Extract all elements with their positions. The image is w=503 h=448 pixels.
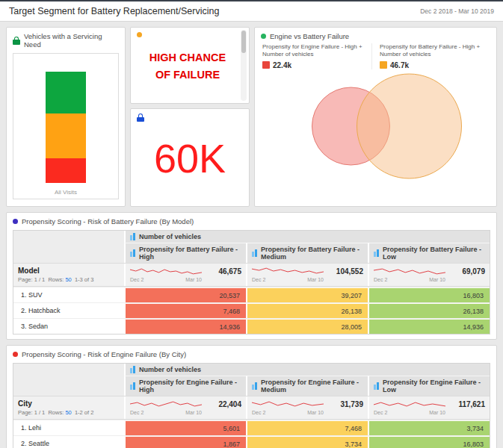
total-value: 22,404 bbox=[218, 400, 241, 408]
metric-icon bbox=[374, 249, 380, 257]
panel-title: Engine vs Battery Failure bbox=[270, 32, 349, 40]
total-value: 46,675 bbox=[218, 267, 241, 276]
column-header-low[interactable]: Propensity for Battery Failure - Low bbox=[368, 243, 490, 263]
date-range[interactable]: Dec 2 2018 - Mar 10 2019 bbox=[420, 7, 494, 15]
rows-per-page-link[interactable]: 50 bbox=[65, 276, 71, 283]
cell-high[interactable]: 1,867 bbox=[124, 436, 246, 448]
venn-diagram[interactable] bbox=[255, 69, 496, 184]
table-corner-cell bbox=[13, 243, 124, 263]
cell-low[interactable]: 3,734 bbox=[368, 420, 490, 435]
table-corner-cell bbox=[13, 231, 124, 243]
metric-icon bbox=[374, 382, 380, 390]
sparkline bbox=[252, 399, 324, 409]
cell-low[interactable]: 16,803 bbox=[368, 436, 490, 448]
column-header-high[interactable]: Propensity for Battery Failure - High bbox=[124, 243, 246, 263]
table-corner-cell bbox=[13, 364, 124, 376]
totals-cell-low: 117,621 Dec 2Mar 10 bbox=[368, 396, 490, 419]
legend-label: Propensity for Engine Failure - High + N… bbox=[262, 43, 367, 59]
totals-cell-medium: 104,552 Dec 2Mar 10 bbox=[246, 264, 368, 286]
table-row: 2. Hatchback 7,468 26,138 26,138 bbox=[13, 302, 490, 318]
dashboard-header: Target Segment for Battery Replacement/S… bbox=[0, 0, 503, 22]
total-value: 31,739 bbox=[340, 400, 363, 408]
column-header-medium[interactable]: Propensity for Engine Failure - Medium bbox=[246, 376, 368, 396]
bar-segment-green[interactable] bbox=[46, 72, 86, 113]
dashboard-content: Vehicles with a Servicing Need All Visit… bbox=[0, 22, 503, 448]
panel-engine-table: Propensity Scoring - Risk of Engine Fail… bbox=[6, 345, 497, 448]
cell-medium[interactable]: 39,207 bbox=[246, 287, 368, 302]
cell-low[interactable]: 26,138 bbox=[368, 303, 490, 318]
bar-segment-orange[interactable] bbox=[46, 113, 86, 158]
stacked-bar-chart[interactable]: All Visits bbox=[13, 53, 119, 199]
row-label[interactable]: 1. Lehi bbox=[13, 420, 124, 435]
metric-icon bbox=[130, 249, 136, 257]
lock-icon bbox=[137, 113, 144, 122]
totals-cell-low: 69,079 Dec 2Mar 10 bbox=[368, 264, 490, 286]
scrollbar[interactable] bbox=[241, 30, 247, 101]
row-label[interactable]: 2. Hatchback bbox=[13, 303, 124, 318]
table-row: 1. SUV 20,537 39,207 16,803 bbox=[13, 287, 490, 302]
legend-label: Propensity for Battery Failure - High + … bbox=[380, 43, 484, 59]
total-value: 104,552 bbox=[336, 267, 363, 276]
dimension-header[interactable]: Model Page: 1 / 1 Rows: 50 1-3 of 3 bbox=[13, 264, 124, 286]
rows-per-page-link[interactable]: 50 bbox=[65, 409, 71, 416]
panel-battery-table: Propensity Scoring - Risk of Battery Fai… bbox=[6, 212, 497, 340]
freeform-table-engine: Number of vehicles Propensity for Engine… bbox=[13, 363, 490, 448]
panel-title: Propensity Scoring - Risk of Battery Fai… bbox=[22, 217, 194, 225]
bar-segment-red[interactable] bbox=[46, 158, 86, 183]
cell-medium[interactable]: 28,005 bbox=[246, 319, 368, 334]
totals-cell-medium: 31,739 Dec 2Mar 10 bbox=[246, 396, 368, 419]
x-axis-label: All Visits bbox=[13, 189, 118, 196]
panel-title: Vehicles with a Servicing Need bbox=[24, 32, 119, 49]
cell-low[interactable]: 14,936 bbox=[368, 319, 490, 334]
totals-cell-high: 22,404 Dec 2Mar 10 bbox=[124, 396, 246, 419]
metric-icon bbox=[252, 382, 258, 390]
cell-medium[interactable]: 3,734 bbox=[246, 436, 368, 448]
cell-high[interactable]: 7,468 bbox=[124, 303, 246, 318]
venn-circle-battery bbox=[357, 74, 462, 178]
panel-alert-text: HIGH CHANCE OF FAILURE bbox=[130, 27, 250, 104]
column-header-low[interactable]: Propensity for Engine Failure - Low bbox=[368, 376, 490, 396]
venn-legend-engine: Propensity for Engine Failure - High + N… bbox=[262, 43, 372, 69]
legend-swatch-orange-icon bbox=[380, 61, 387, 69]
big-number-value: 60K bbox=[131, 138, 249, 178]
metric-icon bbox=[130, 366, 136, 373]
column-header-high[interactable]: Propensity for Engine Failure - High bbox=[124, 376, 246, 396]
row-label[interactable]: 2. Seattle bbox=[13, 436, 124, 448]
scrollbar-thumb[interactable] bbox=[241, 31, 246, 53]
metric-icon bbox=[130, 233, 136, 240]
panel-big-number: 60K bbox=[130, 108, 250, 207]
panel-dot-icon bbox=[137, 32, 142, 37]
cell-medium[interactable]: 7,468 bbox=[246, 420, 368, 435]
group-header[interactable]: Number of vehicles bbox=[124, 364, 490, 376]
totals-cell-high: 46,675 Dec 2Mar 10 bbox=[124, 264, 246, 286]
cell-high[interactable]: 20,537 bbox=[124, 287, 246, 302]
panel-venn: Engine vs Battery Failure Propensity for… bbox=[254, 27, 497, 207]
table-row: 3. Sedan 14,936 28,005 14,936 bbox=[13, 318, 490, 334]
row-label[interactable]: 1. SUV bbox=[13, 287, 124, 302]
stacked-bar[interactable] bbox=[46, 72, 86, 183]
row-label[interactable]: 3. Sedan bbox=[13, 319, 124, 334]
table-row: 2. Seattle 1,867 3,734 16,803 bbox=[13, 435, 490, 448]
pagination: Page: 1 / 1 Rows: 50 1-3 of 3 bbox=[18, 276, 120, 283]
column-header-medium[interactable]: Propensity for Battery Failure - Medium bbox=[246, 243, 368, 263]
dashboard-title: Target Segment for Battery Replacement/S… bbox=[9, 6, 219, 16]
table-corner-cell bbox=[13, 376, 124, 396]
alert-text-line2: OF FAILURE bbox=[138, 66, 237, 84]
sparkline bbox=[130, 399, 202, 409]
group-header[interactable]: Number of vehicles bbox=[124, 231, 490, 243]
cell-low[interactable]: 16,803 bbox=[368, 287, 490, 302]
sparkline bbox=[374, 266, 445, 276]
table-row: 1. Lehi 5,601 7,468 3,734 bbox=[13, 420, 490, 435]
total-value: 117,621 bbox=[458, 400, 485, 408]
panel-dot-icon bbox=[261, 34, 266, 39]
cell-medium[interactable]: 26,138 bbox=[246, 303, 368, 318]
metric-icon bbox=[252, 249, 258, 257]
dimension-header[interactable]: City Page: 1 / 1 Rows: 50 1-2 of 2 bbox=[13, 396, 124, 419]
cell-high[interactable]: 14,936 bbox=[124, 319, 246, 334]
metric-icon bbox=[130, 382, 136, 390]
lock-icon bbox=[13, 37, 20, 45]
alert-text-line1: HIGH CHANCE bbox=[138, 49, 237, 66]
sparkline bbox=[374, 399, 445, 409]
legend-value: 22.4k bbox=[273, 61, 291, 69]
cell-high[interactable]: 5,601 bbox=[124, 420, 246, 435]
